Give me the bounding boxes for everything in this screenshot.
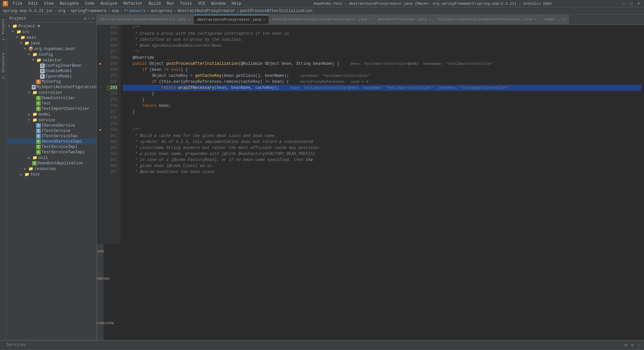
close-button[interactable]: ✕ bbox=[636, 1, 641, 6]
menu-view[interactable]: View bbox=[41, 1, 56, 7]
breadcrumb-jar[interactable]: spring-aop-5.3.21.jar bbox=[3, 9, 53, 13]
panel-close-icon[interactable]: ✕ bbox=[92, 16, 94, 21]
tree-item-controller-folder[interactable]: ▼ 📁 controller bbox=[7, 90, 97, 96]
src-folder-icon: 📁 bbox=[16, 29, 21, 34]
restservices-strip[interactable]: RestServices bbox=[97, 320, 116, 325]
tree-item-enablemodel[interactable]: C EnableModel bbox=[7, 68, 97, 74]
tree-item-testservicetwoimpl[interactable]: C TestServiceTwoImpl bbox=[7, 150, 97, 155]
minimize-button[interactable]: ─ bbox=[621, 1, 627, 6]
tree-item-java[interactable]: ▼ 📁 java bbox=[7, 40, 97, 46]
tree-item-test-class[interactable]: C Test bbox=[7, 101, 97, 106]
settings-btn[interactable]: ⚙ bbox=[630, 342, 635, 348]
tree-item-config[interactable]: ▼ 📁 config bbox=[7, 52, 97, 57]
tree-item-selector[interactable]: ▼ 📁 selector bbox=[7, 57, 97, 63]
tree-item-main[interactable]: ▼ 📁 main bbox=[7, 35, 97, 40]
tab-close-icon[interactable]: ✕ bbox=[188, 17, 190, 21]
tree-item-model[interactable]: ▶ 📁 model bbox=[7, 112, 97, 117]
breadcrumb-aop[interactable]: aop bbox=[112, 9, 119, 13]
tree-item-test[interactable]: ▶ 📁 test bbox=[7, 172, 97, 177]
project-strip: 1: Project 2: Structure bbox=[0, 15, 7, 340]
tree-arrow: ▼ bbox=[8, 24, 12, 28]
tab-close-common-icon[interactable]: ✕ bbox=[563, 17, 565, 21]
tab-label-ann: AnnotationAwareAspectJAutoProxyCreator.j… bbox=[272, 17, 367, 21]
database-strip[interactable]: Database bbox=[97, 276, 112, 281]
tree-arrow-test: ▶ bbox=[20, 173, 24, 177]
panel-settings-icon[interactable]: ⚙ bbox=[84, 16, 86, 21]
tree-item-democontroller[interactable]: C DemoController bbox=[7, 96, 97, 101]
gutter-295 bbox=[97, 97, 104, 103]
code-line-304: * a plain bean name, prepended with {@li… bbox=[123, 151, 641, 157]
app-icon: I bbox=[3, 1, 8, 6]
menu-run[interactable]: Run bbox=[164, 1, 177, 7]
tab-beanpostprocessor[interactable]: BeanPostProcessor.java ✕ bbox=[375, 15, 434, 24]
testimportcontroller-icon: C bbox=[36, 107, 41, 111]
menu-code[interactable]: Code bbox=[82, 1, 97, 7]
tree-label-itestservice: ITestService bbox=[41, 129, 70, 133]
breadcrumb-framework[interactable]: framework bbox=[124, 9, 146, 13]
menu-edit[interactable]: Edit bbox=[26, 1, 41, 7]
menu-help[interactable]: Help bbox=[229, 1, 244, 7]
project-strip-label[interactable]: 1: Project bbox=[1, 16, 6, 43]
menu-navigate[interactable]: Navigate bbox=[57, 1, 82, 7]
tree-item-configinnerbean[interactable]: C ConfigInnerBean bbox=[7, 63, 97, 68]
tree-item-service-folder[interactable]: ▼ 📁 service bbox=[7, 117, 97, 123]
gutter-291 bbox=[97, 73, 104, 79]
tree-item-util[interactable]: ▶ 📁 util bbox=[7, 155, 97, 161]
breadcrumb-springframework[interactable]: springframework bbox=[70, 9, 107, 13]
tree-item-myimport[interactable]: C MyImportAutoConfiguration bbox=[7, 84, 97, 90]
tab-close-id-icon[interactable]: ✕ bbox=[534, 17, 536, 21]
breadcrumb-class[interactable]: AbstractAutoProxyCreator bbox=[177, 9, 235, 13]
menu-refactor[interactable]: Refactor bbox=[121, 1, 145, 7]
tree-item-myconfig[interactable]: C MyConfig bbox=[7, 79, 97, 84]
tree-item-package[interactable]: ▼ 📦 org.hopehomi.boot bbox=[7, 46, 97, 52]
breadcrumb-autoproxy[interactable]: autoproxy bbox=[151, 9, 172, 13]
code-line-290: if (bean != null) { bbox=[123, 67, 641, 73]
tab-annotationaware[interactable]: AnnotationAwareAspectJAutoProxyCreator.j… bbox=[269, 15, 375, 24]
breadcrumb-method[interactable]: postProcessAfterInitialization bbox=[240, 9, 312, 13]
tab-close-bp-icon[interactable]: ✕ bbox=[429, 17, 431, 21]
tree-item-testserviceimpl[interactable]: C TestServiceImpl bbox=[7, 144, 97, 150]
breadcrumb-org[interactable]: org bbox=[58, 9, 65, 13]
code-line-284: * Create a proxy with the configured int… bbox=[123, 31, 641, 37]
ant-strip[interactable]: Ant bbox=[97, 248, 106, 254]
menu-tools[interactable]: Tools bbox=[177, 1, 195, 7]
tree-item-resources[interactable]: ▶ 📁 resources bbox=[7, 166, 97, 172]
tree-label-config: config bbox=[38, 52, 53, 57]
tree-arrow-config: ▼ bbox=[28, 53, 32, 56]
gutter-284 bbox=[97, 31, 104, 37]
tree-item-ignoremodel[interactable]: C IgnoreModel bbox=[7, 74, 97, 79]
maximize-button[interactable]: □ bbox=[629, 1, 634, 6]
gutter-293: → bbox=[97, 85, 104, 91]
tree-item-demobootapp[interactable]: C DemoBootApplication bbox=[7, 161, 97, 166]
code-content[interactable]: /** * Create a proxy with the configured… bbox=[120, 25, 644, 244]
tree-item-secondserviceimpl[interactable]: C SecondServiceImpl bbox=[7, 139, 97, 144]
main-folder-icon: 📁 bbox=[20, 35, 25, 40]
tree-item-src[interactable]: ▼ 📁 src bbox=[7, 29, 97, 35]
code-line-301: * Build a cache key for the given bean c… bbox=[123, 133, 641, 139]
menu-analyze[interactable]: Analyze bbox=[98, 1, 120, 7]
tree-item-isecondservice[interactable]: I ISecondService bbox=[7, 123, 97, 128]
menu-file[interactable]: File bbox=[10, 1, 25, 7]
code-line-295: } bbox=[123, 97, 641, 103]
tree-item-itestservicetwo[interactable]: I ITestServiceTwo bbox=[7, 134, 97, 139]
itestservice-icon: I bbox=[36, 129, 41, 133]
menu-window[interactable]: Window bbox=[208, 1, 228, 7]
structure-strip-label[interactable]: 2: Structure bbox=[1, 50, 6, 82]
gutter-298 bbox=[97, 115, 104, 121]
code-editor[interactable]: ● → ● 2832 bbox=[97, 25, 644, 244]
tree-item-itestservice[interactable]: I ITestService bbox=[7, 128, 97, 134]
tab-close-active-icon[interactable]: ✕ bbox=[263, 18, 265, 22]
close-btn[interactable]: ─ bbox=[636, 342, 641, 348]
expand-all-btn[interactable]: ⊞ bbox=[623, 342, 628, 348]
tab-close-ann-icon[interactable]: ✕ bbox=[369, 17, 371, 21]
menu-build[interactable]: Build bbox=[146, 1, 163, 7]
tree-item-testimportcontroller[interactable]: C TestImportController bbox=[7, 106, 97, 112]
tab-abstractautoproxy[interactable]: AbstractAutoProxyCreator.java ✕ bbox=[194, 15, 269, 24]
code-line-298 bbox=[123, 115, 641, 121]
panel-gear-icon[interactable]: ⋯ bbox=[88, 16, 90, 21]
tab-initdestroy[interactable]: InitDestroyAnnotationBeanPostProcessor.j… bbox=[434, 15, 540, 24]
tab-common[interactable]: Commo... ✕ bbox=[540, 15, 569, 24]
tree-item-project[interactable]: ▼ 📁 Project ▼ bbox=[7, 23, 97, 29]
menu-vcs[interactable]: VCS bbox=[195, 1, 208, 7]
tab-abstractautowire[interactable]: AbstractAutowireCapableBeanFactory.java … bbox=[97, 15, 194, 24]
